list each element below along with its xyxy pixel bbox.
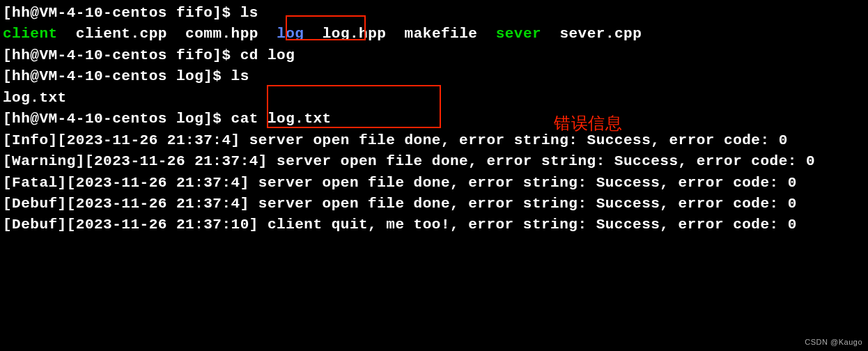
file-comm-hpp: comm.hpp [185, 26, 258, 42]
dir-log: log [277, 26, 304, 42]
ls-output: log.txt [3, 88, 865, 109]
file-makefile: makefile [405, 26, 478, 42]
file-client: client [3, 26, 58, 42]
log-output-line: [Debuf][2023-11-26 21:37:10] client quit… [3, 214, 865, 235]
ls-output: client client.cpp comm.hpp log log.hpp m… [3, 24, 865, 45]
command: cat log.txt [231, 111, 332, 127]
prompt: [hh@VM-4-10-centos fifo]$ [3, 5, 240, 21]
terminal-line: [hh@VM-4-10-centos log]$ cat log.txt [3, 109, 865, 130]
prompt: [hh@VM-4-10-centos log]$ [3, 68, 231, 84]
terminal-line: [hh@VM-4-10-centos log]$ ls [3, 66, 865, 87]
prompt: [hh@VM-4-10-centos fifo]$ [3, 47, 240, 63]
log-output-line: [Debuf][2023-11-26 21:37:4] server open … [3, 194, 865, 214]
watermark: CSDN @Kaugo [805, 337, 862, 348]
terminal-line: [hh@VM-4-10-centos fifo]$ cd log [3, 45, 865, 66]
command: ls [240, 5, 258, 21]
command: cd log [240, 47, 295, 63]
command: ls [231, 68, 249, 84]
file-sever-cpp: sever.cpp [559, 26, 642, 42]
file-log-txt: log.txt [3, 90, 67, 106]
log-output-line: [Fatal][2023-11-26 21:37:4] server open … [3, 173, 865, 194]
prompt: [hh@VM-4-10-centos log]$ [3, 111, 231, 127]
log-output-line: [Info][2023-11-26 21:37:4] server open f… [3, 130, 865, 151]
file-client-cpp: client.cpp [76, 26, 167, 42]
annotation-text: 错误信息 [554, 111, 622, 136]
file-sever: sever [496, 26, 542, 42]
terminal-line: [hh@VM-4-10-centos fifo]$ ls [3, 3, 865, 24]
log-output-line: [Warning][2023-11-26 21:37:4] server ope… [3, 151, 865, 172]
file-log-hpp: log.hpp [323, 26, 387, 42]
